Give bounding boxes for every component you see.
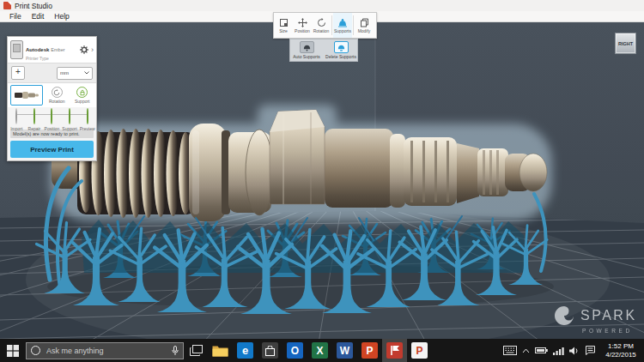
- clock-date: 4/22/2015: [601, 351, 641, 359]
- auto-supports-button[interactable]: Auto Supports: [292, 41, 321, 59]
- modify-button[interactable]: Modify: [355, 13, 374, 38]
- rotation-action-button[interactable]: Rotation: [46, 87, 69, 104]
- file-explorer-icon[interactable]: [208, 339, 233, 362]
- view-cube[interactable]: RIGHT: [615, 33, 636, 54]
- windows-logo-icon: [7, 345, 19, 357]
- support-lock-icon: [79, 89, 86, 96]
- printer-type-label: Printer Type: [26, 56, 77, 61]
- microphone-icon[interactable]: [172, 346, 179, 356]
- clock-time: 1:52 PM: [601, 342, 641, 351]
- word-icon[interactable]: W: [332, 339, 357, 362]
- print-settings-panel: AutodeskEmber Printer Type › + mm: [7, 36, 97, 161]
- units-value: mm: [60, 70, 69, 75]
- step-support-dot: [69, 108, 70, 124]
- touch-keyboard-icon[interactable]: [503, 346, 517, 355]
- step-support[interactable]: Support: [61, 109, 79, 131]
- taskbar-pinned-apps: e O X W P: [208, 339, 432, 362]
- network-signal-icon[interactable]: [553, 347, 564, 355]
- support-action-button[interactable]: Support: [71, 87, 94, 104]
- powerpoint-file-icon[interactable]: P: [407, 339, 432, 362]
- shopping-bag-icon: [265, 346, 275, 356]
- flag-icon: [390, 345, 400, 356]
- spark-swirl-icon: [553, 305, 575, 327]
- print-studio-app-icon: [3, 2, 11, 9]
- model-row: Rotation Support: [8, 83, 96, 107]
- main-toolbar: Size Position Rotation Supports: [273, 12, 377, 39]
- supports-icon: [337, 18, 348, 27]
- task-view-button[interactable]: [184, 339, 208, 362]
- edge-browser-icon[interactable]: e: [233, 339, 258, 362]
- battery-icon[interactable]: [535, 347, 548, 354]
- taskbar-clock[interactable]: 1:52 PM 4/22/2015: [601, 342, 641, 359]
- hidden-icons-chevron-icon[interactable]: [522, 348, 530, 353]
- size-icon: [279, 18, 289, 27]
- step-repair[interactable]: Repair: [26, 109, 44, 131]
- menu-help[interactable]: Help: [49, 12, 74, 21]
- windows-taskbar: e O X W P: [0, 339, 644, 362]
- step-preview-dot: [87, 108, 88, 124]
- spark-title: SPARK: [580, 308, 637, 323]
- title-bar: Print Studio: [0, 0, 644, 11]
- cortana-search-box[interactable]: [26, 342, 184, 359]
- excel-icon[interactable]: X: [307, 339, 332, 362]
- printer-brand: Autodesk: [26, 47, 49, 52]
- rotation-icon: [317, 18, 326, 27]
- delete-supports-icon: [337, 43, 346, 51]
- windows-store-icon[interactable]: [258, 339, 283, 362]
- powerpoint-icon[interactable]: P: [357, 339, 382, 362]
- start-button[interactable]: [0, 339, 26, 362]
- preview-print-button[interactable]: Preview Print: [10, 141, 94, 158]
- menu-file[interactable]: File: [4, 12, 27, 21]
- printer-icon: [10, 40, 23, 59]
- model-thumbnail[interactable]: [10, 85, 43, 106]
- step-repair-dot: [33, 108, 35, 124]
- add-model-button[interactable]: +: [11, 66, 25, 80]
- units-dropdown[interactable]: mm: [57, 67, 93, 80]
- gear-icon[interactable]: [80, 45, 88, 54]
- print-studio-taskbar-icon[interactable]: [382, 339, 407, 362]
- task-view-icon: [190, 345, 203, 356]
- spark-subtitle: POWERED: [582, 328, 642, 334]
- folder-icon: [212, 344, 228, 357]
- panel-expand-chevron-icon[interactable]: ›: [91, 46, 94, 54]
- position-icon: [298, 18, 307, 27]
- model-list-toolbar: + mm: [8, 63, 96, 83]
- toolbar-separator: [353, 15, 354, 35]
- step-import[interactable]: Import: [8, 109, 26, 131]
- window-title: Print Studio: [15, 2, 52, 10]
- action-center-icon[interactable]: [585, 346, 596, 355]
- menu-edit[interactable]: Edit: [27, 12, 50, 21]
- printer-selector[interactable]: AutodeskEmber Printer Type ›: [8, 37, 96, 63]
- print-studio-window: Print Studio File Edit Help: [0, 0, 644, 362]
- system-tray: 1:52 PM 4/22/2015: [503, 342, 644, 359]
- search-input[interactable]: [45, 346, 167, 356]
- spark-watermark: SPARK POWERED: [553, 305, 642, 334]
- volume-icon[interactable]: [569, 347, 580, 355]
- auto-supports-icon: [302, 43, 312, 51]
- rotation-button[interactable]: Rotation: [312, 13, 331, 38]
- step-position-dot: [51, 108, 52, 124]
- cortana-icon: [31, 346, 40, 355]
- modify-icon: [360, 18, 369, 27]
- step-import-dot: [15, 108, 17, 124]
- spark-plug-thumbnail-image: [14, 89, 39, 101]
- workflow-steps: Import Repair Position Support Preview: [8, 107, 96, 128]
- position-button[interactable]: Position: [293, 13, 312, 38]
- chevron-down-icon: [84, 71, 89, 75]
- outlook-icon[interactable]: O: [283, 339, 307, 362]
- supports-button[interactable]: Supports: [333, 13, 352, 38]
- size-button[interactable]: Size: [274, 13, 293, 38]
- toolbar-separator: [331, 15, 332, 35]
- printer-model: Ember: [51, 47, 64, 52]
- delete-supports-button[interactable]: Delete Supports: [326, 41, 355, 59]
- step-position[interactable]: Position: [43, 109, 61, 131]
- supports-sub-toolbar: Auto Supports Delete Supports: [289, 39, 358, 62]
- rotation-action-icon: [53, 89, 60, 96]
- step-preview[interactable]: Preview: [78, 109, 96, 131]
